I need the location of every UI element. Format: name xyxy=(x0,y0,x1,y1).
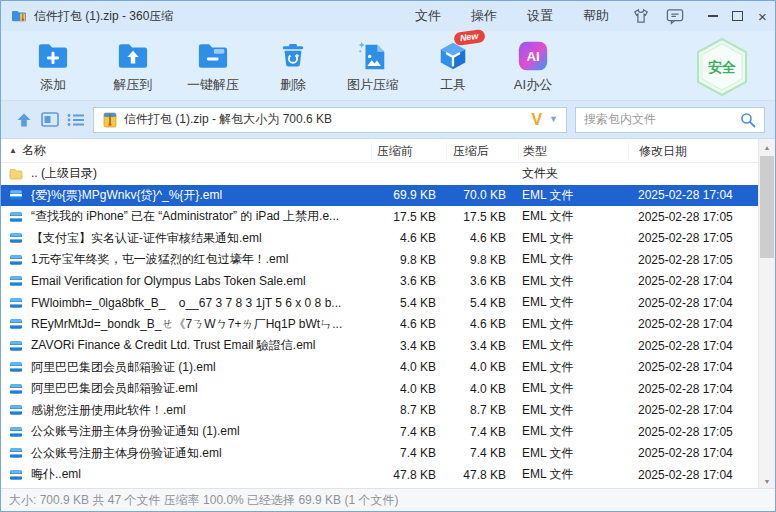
file-type: EML 文件 xyxy=(518,402,628,419)
size-after: 5.4 KB xyxy=(446,296,518,310)
archive-path-label: 信件打包 (1).zip - 解包大小为 700.6 KB xyxy=(124,111,332,128)
modified-date: 2025-02-28 17:04 xyxy=(628,296,758,310)
modified-date: 2025-02-28 17:04 xyxy=(628,274,758,288)
feedback-button[interactable] xyxy=(658,1,692,31)
table-row[interactable]: 阿里巴巴集团会员邮箱验证 (1).eml4.0 KB4.0 KBEML 文件20… xyxy=(1,357,758,379)
table-row[interactable]: Email Verification for Olympus Labs Toke… xyxy=(1,271,758,293)
menu-item-3[interactable]: 帮助 xyxy=(568,1,624,31)
address-bar[interactable]: 信件打包 (1).zip - 解包大小为 700.6 KB V ▼ xyxy=(93,107,567,133)
table-row[interactable]: 公众账号注册主体身份验证通知.eml7.4 KB7.4 KBEML 文件2025… xyxy=(1,443,758,465)
table-row[interactable]: 公众账号注册主体身份验证通知 (1).eml7.4 KB7.4 KBEML 文件… xyxy=(1,421,758,443)
toolbar-label: 图片压缩 xyxy=(347,76,399,94)
table-row[interactable]: 感谢您注册使用此软件！.eml8.7 KB8.7 KBEML 文件2025-02… xyxy=(1,400,758,422)
toolbar-button-one-click-extract-folder[interactable]: 一键解压 xyxy=(173,31,253,100)
file-type: EML 文件 xyxy=(518,273,628,290)
modified-date: 2025-02-28 17:04 xyxy=(628,468,758,482)
menu-item-0[interactable]: 文件 xyxy=(400,1,456,31)
table-row[interactable]: 1元夺宝年终奖，屯一波猛烈的红包过壕年！.eml9.8 KB9.8 KBEML … xyxy=(1,249,758,271)
scrollbar-thumb[interactable] xyxy=(760,156,774,258)
app-zip-icon xyxy=(11,8,27,24)
table-row[interactable]: 【支付宝】实名认证-证件审核结果通知.eml4.6 KB4.6 KBEML 文件… xyxy=(1,228,758,250)
security-badge-label: 安全 xyxy=(708,59,736,75)
minimize-icon xyxy=(708,15,718,17)
maximize-button[interactable] xyxy=(725,1,750,31)
table-row[interactable]: 阿里巴巴集团会员邮箱验证.eml4.0 KB4.0 KBEML 文件2025-0… xyxy=(1,378,758,400)
eml-file-icon xyxy=(9,253,25,267)
search-input[interactable]: 搜索包内文件 xyxy=(575,107,765,133)
toolbar-label: AI办公 xyxy=(514,76,552,94)
modified-date: 2025-02-28 17:05 xyxy=(628,210,758,224)
list-view-button[interactable] xyxy=(63,107,89,133)
skin-button[interactable] xyxy=(624,1,658,31)
file-type: EML 文件 xyxy=(518,251,628,268)
add-folder-icon xyxy=(36,36,70,76)
table-row[interactable]: 晦仆..eml47.8 KB47.8 KBEML 文件2025-02-28 17… xyxy=(1,464,758,486)
modified-date: 2025-02-28 17:04 xyxy=(628,360,758,374)
menu-item-2[interactable]: 设置 xyxy=(512,1,568,31)
toolbar-button-add-folder[interactable]: 添加 xyxy=(13,31,93,100)
modified-date: 2025-02-28 17:05 xyxy=(628,253,758,267)
file-type: EML 文件 xyxy=(518,294,628,311)
close-icon: × xyxy=(758,9,767,24)
size-before: 4.0 KB xyxy=(371,360,446,374)
toolbar-button-tools-cube[interactable]: 工具New xyxy=(413,31,493,100)
up-arrow-icon xyxy=(15,111,33,129)
column-header-date[interactable]: 修改日期 xyxy=(628,143,758,159)
table-row[interactable]: “查找我的 iPhone” 已在 “Administrator” 的 iPad … xyxy=(1,206,758,228)
eml-file-icon xyxy=(9,403,25,417)
image-compress-icon xyxy=(356,36,390,76)
size-after: 4.6 KB xyxy=(446,317,518,331)
eml-file-icon xyxy=(9,339,25,353)
column-header-type[interactable]: 类型 xyxy=(518,143,628,159)
column-header-after[interactable]: 压缩后 xyxy=(446,143,518,159)
column-header-name[interactable]: ▲ 名称 xyxy=(1,142,371,159)
file-name: 阿里巴巴集团会员邮箱验证 (1).eml xyxy=(31,359,371,376)
eml-file-icon xyxy=(9,446,25,460)
table-row[interactable]: FWloimbh=_0lga8bfk_B_ o__67 3 7 8 3 1jT … xyxy=(1,292,758,314)
close-button[interactable]: × xyxy=(750,1,775,31)
table-row[interactable]: REyMrMtJd=_bondk_B_ㄝ《7ㄋWㄅ7+ㄌ厂Ηq1P bWtㄣ..… xyxy=(1,314,758,336)
size-after: 70.0 KB xyxy=(446,188,518,202)
file-type: EML 文件 xyxy=(518,187,628,204)
toolbar-button-ai-office[interactable]: AIAI办公 xyxy=(493,31,573,100)
file-name: .. (上级目录) xyxy=(31,165,371,182)
size-before: 17.5 KB xyxy=(371,210,446,224)
size-before: 5.4 KB xyxy=(371,296,446,310)
size-after: 3.4 KB xyxy=(446,339,518,353)
toolbar-button-extract-to-folder[interactable]: 解压到 xyxy=(93,31,173,100)
preview-pane-button[interactable] xyxy=(37,107,63,133)
scroll-down-icon[interactable]: ▼ xyxy=(759,473,775,489)
security-badge[interactable]: 安全 xyxy=(693,37,751,100)
table-row[interactable]: {爱}%{票}MPgWnkv{贷}^_%{开}.eml69.9 KB70.0 K… xyxy=(1,185,758,207)
folder-icon xyxy=(9,167,25,181)
ai-office-icon: AI xyxy=(516,36,550,76)
sort-asc-icon: ▲ xyxy=(9,146,17,155)
status-text: 大小: 700.9 KB 共 47 个文件 压缩率 100.0% 已经选择 69… xyxy=(9,492,398,509)
shield-hexagon-icon: 安全 xyxy=(693,37,751,97)
table-row[interactable]: .. (上级目录)文件夹 xyxy=(1,163,758,185)
search-icon[interactable] xyxy=(740,112,756,128)
size-after: 9.8 KB xyxy=(446,253,518,267)
modified-date: 2025-02-28 17:04 xyxy=(628,188,758,202)
size-before: 7.4 KB xyxy=(371,446,446,460)
vip-v-icon[interactable]: V xyxy=(531,112,542,128)
toolbar-button-image-compress[interactable]: 图片压缩 xyxy=(333,31,413,100)
new-badge: New xyxy=(454,29,486,46)
maximize-icon xyxy=(732,11,743,21)
up-directory-button[interactable] xyxy=(11,107,37,133)
chevron-down-icon[interactable]: ▼ xyxy=(549,115,558,124)
vertical-scrollbar[interactable]: ▲ ▼ xyxy=(758,139,775,489)
toolbar-button-delete-trash[interactable]: 删除 xyxy=(253,31,333,100)
size-after: 4.0 KB xyxy=(446,382,518,396)
eml-file-icon xyxy=(9,317,25,331)
scroll-up-icon[interactable]: ▲ xyxy=(759,139,775,155)
extract-to-folder-icon xyxy=(116,36,150,76)
window-controls: × xyxy=(700,1,775,31)
column-header-before[interactable]: 压缩前 xyxy=(371,143,446,159)
size-before: 7.4 KB xyxy=(371,425,446,439)
size-before: 4.6 KB xyxy=(371,317,446,331)
minimize-button[interactable] xyxy=(700,1,725,31)
table-row[interactable]: ZAVORi Finance & Credit Ltd. Trust Email… xyxy=(1,335,758,357)
app-window: 信件打包 (1).zip - 360压缩 文件操作设置帮助 × 添加解压到一键解… xyxy=(0,0,776,512)
menu-item-1[interactable]: 操作 xyxy=(456,1,512,31)
